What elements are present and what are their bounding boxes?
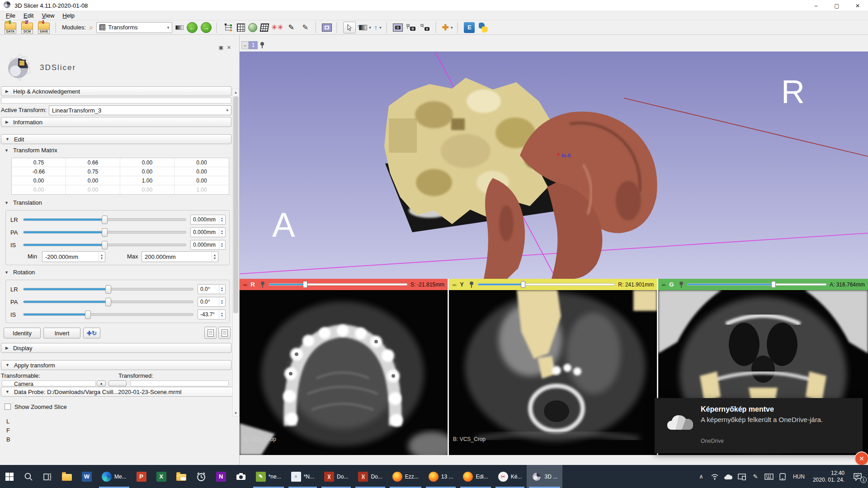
active-transform-selector[interactable]: LinearTransform_3 ▾ [49,105,231,115]
red-slice-image[interactable] [240,290,448,455]
file-explorer-button[interactable] [57,465,77,488]
screenshot-button[interactable] [393,23,403,32]
invert-button[interactable]: Invert [43,328,80,338]
identity-button[interactable]: Identity [4,328,41,338]
spinner-arrows[interactable]: ▲▼ [219,298,225,306]
information-section[interactable]: ▶ Information [1,117,231,127]
edit-section[interactable]: ▼ Edit [1,134,231,144]
onedrive-folder-button[interactable] [171,465,191,488]
chevron-down-icon[interactable]: ▾ [379,25,382,30]
scene-view-restore-icon[interactable] [420,22,431,33]
firefox-button-3[interactable]: Edi... [458,465,493,488]
data-module-icon[interactable] [237,23,245,32]
is-translation-slider[interactable] [23,244,186,246]
translation-section[interactable]: ▼ Translation [5,199,42,206]
alarms-button[interactable] [191,465,211,488]
spinner-arrows[interactable]: ▲▼ [212,252,217,261]
transform-matrix-table[interactable]: 0.750.660.000.00 -0.660.750.000.00 0.000… [11,158,229,195]
pa-translation-value[interactable]: 0.000mm▲▼ [190,227,226,237]
back-button[interactable]: ← [187,22,198,33]
move-item-button[interactable] [108,380,127,386]
segment-editor-icon[interactable]: ✎ [300,22,311,33]
view3d[interactable]: R A Io-lt [240,52,868,279]
models-module-icon[interactable] [248,23,257,32]
place-ruler-icon[interactable]: ↑ [374,23,378,31]
undock-panel-button[interactable]: ▣ [218,45,223,51]
mouse-interaction-button[interactable] [343,22,356,33]
show-zoomed-slice-checkbox[interactable] [5,404,11,410]
cast-icon[interactable] [736,468,748,486]
taskbar-clock[interactable]: 12:40 2020. 01. 24. [809,470,848,483]
apply-transform-section[interactable]: ▼ Apply transform [1,360,231,370]
python-console-icon[interactable] [478,22,489,33]
overlay-close-button[interactable]: ✕ [854,451,868,466]
spinner-arrows[interactable]: ▲▼ [99,252,104,261]
data-probe-section[interactable]: ▼ Data Probe: D:/Downloads/Varga Csill..… [1,387,239,397]
edge-button[interactable]: Me... [97,465,132,488]
tray-chevron-up-icon[interactable]: ∧ [695,468,707,486]
green-slice-slider[interactable] [688,283,826,286]
pa-rotation-slider[interactable] [23,300,193,303]
collapse-view-button[interactable]: – [241,41,249,49]
transformable-list[interactable]: Camera [2,380,96,386]
firefox-button-1[interactable]: Ezz... [387,465,424,488]
paste-transform-button[interactable] [218,327,231,339]
minimize-button[interactable]: – [806,0,826,11]
display-section[interactable]: ▶ Display [1,343,231,353]
menu-help[interactable]: Help [59,12,78,19]
notepad-plus-plus-button[interactable]: ✎*ne... [251,465,286,488]
collapse-bar-icon[interactable]: «« [243,282,246,287]
module-selector[interactable]: Transforms ▾ [96,22,172,33]
copy-transform-button[interactable] [204,327,217,339]
taskbar-search-button[interactable] [19,465,38,488]
close-panel-button[interactable]: ✕ [227,45,231,51]
maximize-button[interactable]: ▢ [826,0,847,11]
is-translation-value[interactable]: 0.000mm▲▼ [190,240,226,250]
pin-icon[interactable] [259,41,265,49]
spinner-arrows[interactable]: ▲▼ [219,241,225,249]
forward-button[interactable]: → [201,22,212,33]
slicer-taskbar-button[interactable]: 3D ... [527,465,562,488]
transforms-module-icon[interactable] [260,23,269,32]
is-rotation-slider[interactable] [23,313,193,316]
chevron-down-icon[interactable]: ▾ [369,25,371,30]
min-spinbox[interactable]: -200.000mm▲▼ [42,251,105,262]
collapse-bar-icon[interactable]: «« [452,282,456,287]
load-dicom-button[interactable]: ⇵DCM [20,21,34,34]
lr-rotation-slider[interactable] [23,288,193,291]
scene-view-capture-icon[interactable] [406,22,417,33]
lr-translation-slider[interactable] [23,218,186,221]
language-indicator[interactable]: HUN [790,468,807,486]
word-button[interactable]: W [77,465,97,488]
extensions-manager-icon[interactable]: E [464,22,475,33]
menu-edit[interactable]: Edit [20,12,37,19]
red-slice-slider[interactable] [269,283,407,286]
is-rotation-value[interactable]: -43.7°▲▼ [198,310,226,319]
tablet-mode-icon[interactable] [777,468,788,486]
onenote-button[interactable]: N [211,465,231,488]
spinner-arrows[interactable]: ▲▼ [219,310,225,319]
network-icon[interactable] [709,468,721,486]
collapse-bar-icon[interactable]: «« [661,282,665,287]
window-level-icon[interactable] [359,25,367,30]
lr-rotation-value[interactable]: 0.0°▲▼ [198,284,226,294]
split-transform-button[interactable]: ✚↻ [83,328,100,338]
crosshair-button[interactable]: ✚ [442,23,449,33]
yellow-slice-slider[interactable] [478,283,615,286]
markups-module-icon[interactable]: ✳✳ [272,22,283,33]
module-search-icon[interactable]: ⌕ [89,24,94,31]
yellow-slice-view[interactable]: «« Y R: 241.901mm B: VCS_Crop [449,279,657,455]
yellow-slice-image[interactable] [449,290,657,455]
menu-view[interactable]: View [38,12,57,19]
close-button[interactable]: ✕ [847,0,868,11]
start-button[interactable] [0,465,19,488]
module-hierarchy-icon[interactable] [223,22,234,33]
scroll-down-arrow[interactable]: ▼ [233,410,239,416]
pa-rotation-value[interactable]: 0.0°▲▼ [198,297,226,307]
onedrive-tray-icon[interactable] [722,468,734,486]
save-button[interactable]: ⇩SAVE [37,21,51,34]
action-center-button[interactable]: 1 [850,468,865,486]
help-acknowledgement-section[interactable]: ▶ Help & Acknowledgement [1,86,231,96]
list-scroll-up-button[interactable]: ▲ [97,380,106,386]
module-history-icon[interactable] [175,25,184,30]
